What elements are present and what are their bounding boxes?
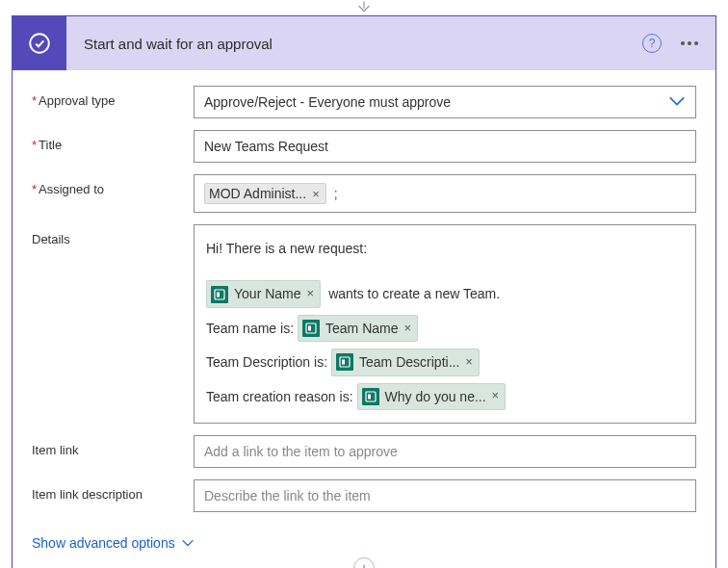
title-value: New Teams Request — [204, 139, 328, 154]
details-line4-text: Team creation reason is: — [206, 386, 353, 407]
item-link-desc-label: Item link description — [32, 479, 194, 502]
assigned-to-row: *Assigned to MOD Administ... × ; — [32, 174, 696, 213]
forms-icon — [302, 320, 320, 337]
item-link-desc-placeholder: Describe the link to the item — [204, 488, 371, 503]
item-link-input[interactable]: Add a link to the item to approve — [194, 435, 696, 468]
card-header[interactable]: Start and wait for an approval ? — [13, 16, 715, 70]
assigned-to-input[interactable]: MOD Administ... × ; — [194, 174, 696, 213]
assigned-to-chip[interactable]: MOD Administ... × — [204, 183, 326, 204]
chip-remove-icon[interactable]: × — [465, 352, 473, 373]
details-input[interactable]: Hi! There is a new request: Your Name × … — [194, 224, 696, 424]
chevron-down-icon — [668, 94, 686, 110]
approval-action-card: Start and wait for an approval ? *Approv… — [12, 15, 716, 568]
chip-remove-icon[interactable]: × — [404, 319, 412, 339]
svg-rect-6 — [342, 360, 345, 365]
help-icon[interactable]: ? — [642, 34, 662, 53]
details-row: Details Hi! There is a new request: Your… — [32, 224, 696, 424]
separator: ; — [334, 186, 338, 201]
svg-rect-4 — [308, 325, 311, 330]
title-row: *Title New Teams Request — [32, 130, 696, 163]
chevron-down-icon — [181, 535, 195, 551]
item-link-desc-input[interactable]: Describe the link to the item — [194, 479, 696, 512]
assigned-to-label: *Assigned to — [32, 174, 194, 196]
item-link-row: Item link Add a link to the item to appr… — [32, 435, 696, 468]
details-line1-after: wants to create a new Team. — [328, 283, 500, 304]
show-advanced-button[interactable]: Show advanced options — [32, 529, 195, 556]
token-your-name[interactable]: Your Name × — [206, 280, 321, 307]
svg-rect-2 — [217, 292, 220, 297]
chip-remove-icon[interactable]: × — [307, 284, 315, 304]
token-team-description[interactable]: Team Descripti... × — [331, 349, 480, 375]
approval-type-label: *Approval type — [32, 86, 194, 108]
approval-type-select[interactable]: Approve/Reject - Everyone must approve — [194, 86, 696, 118]
item-link-label: Item link — [32, 435, 194, 457]
flow-arrow-top — [0, 0, 728, 15]
title-input[interactable]: New Teams Request — [194, 130, 696, 163]
forms-icon — [362, 388, 379, 405]
details-line3-text: Team Description is: — [206, 351, 327, 373]
token-why-need[interactable]: Why do you ne... × — [357, 383, 507, 410]
forms-icon — [336, 353, 353, 371]
svg-point-0 — [30, 34, 49, 53]
details-label: Details — [32, 224, 194, 246]
more-icon[interactable] — [677, 41, 702, 45]
chip-label: MOD Administ... — [209, 186, 306, 201]
item-link-desc-row: Item link description Describe the link … — [32, 479, 696, 512]
chip-remove-icon[interactable]: × — [312, 187, 320, 201]
chip-remove-icon[interactable]: × — [492, 386, 500, 406]
token-team-name[interactable]: Team Name × — [298, 315, 418, 342]
forms-icon — [211, 286, 228, 303]
item-link-placeholder: Add a link to the item to approve — [204, 444, 398, 459]
show-advanced-label: Show advanced options — [32, 535, 175, 551]
details-intro: Hi! There is a new request: — [206, 238, 367, 259]
approval-type-value: Approve/Reject - Everyone must approve — [204, 94, 451, 110]
approval-type-row: *Approval type Approve/Reject - Everyone… — [32, 86, 696, 118]
details-line2-text: Team name is: — [206, 318, 294, 339]
title-label: *Title — [32, 130, 194, 152]
svg-rect-8 — [368, 394, 371, 399]
card-title: Start and wait for an approval — [84, 36, 642, 52]
approval-icon — [13, 16, 66, 70]
